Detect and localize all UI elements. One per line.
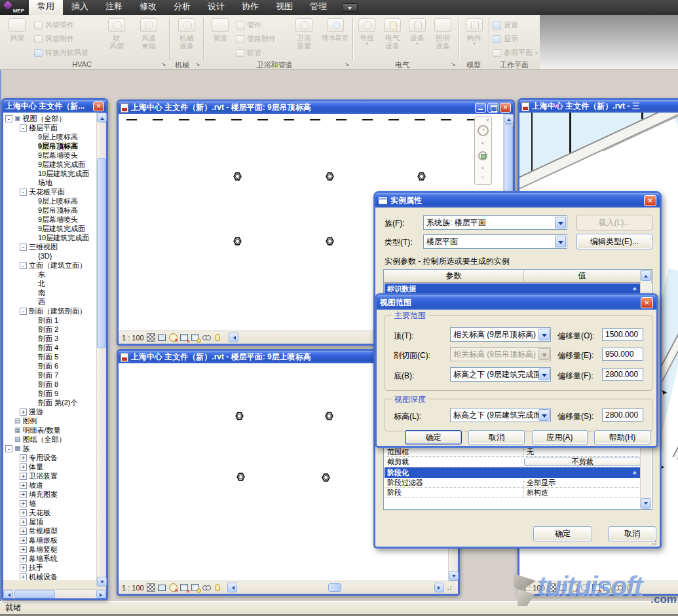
sprinkler-button[interactable]: 喷水装置: [318, 18, 352, 60]
tree-item[interactable]: 9层幕墙喷头: [3, 215, 96, 224]
scroll-up-icon[interactable]: [97, 113, 107, 122]
dialog-resize-grip[interactable]: [652, 539, 658, 545]
tree-item[interactable]: 9层吊顶标高: [3, 206, 96, 215]
reference-plane-button[interactable]: 参照平面 ▾: [493, 48, 538, 58]
tree-item[interactable]: + 墙: [3, 499, 96, 508]
bottom-offset-input[interactable]: 2800.000: [602, 368, 643, 381]
tree-item[interactable]: + 幕墙竖梃: [3, 545, 96, 554]
crop-view-icon[interactable]: [180, 584, 188, 591]
ribbon-tab[interactable]: 视图: [267, 0, 301, 15]
convert-flex-duct-button[interactable]: 转换为软风管: [34, 48, 88, 58]
tree-item[interactable]: 剖面 5: [3, 352, 96, 361]
mechanical-dialog-launcher[interactable]: ↘: [195, 61, 200, 67]
chevron-down-icon[interactable]: [538, 369, 550, 380]
scrollbar-thumb[interactable]: [14, 590, 55, 598]
tree-item[interactable]: 南: [3, 288, 96, 297]
detail-level-icon[interactable]: [548, 583, 556, 592]
chevron-down-icon[interactable]: [538, 329, 550, 340]
ribbon-tab[interactable]: 分析: [165, 0, 199, 15]
maximize-icon[interactable]: [487, 103, 499, 113]
view-scale[interactable]: 1 : 100: [523, 584, 545, 592]
tree-item[interactable]: ▤ 图例: [3, 416, 96, 426]
mechanical-equipment-button[interactable]: 机械 设备: [173, 18, 200, 60]
component-button[interactable]: 构件 ▾: [462, 18, 486, 60]
flex-duct-button[interactable]: 软 风管: [104, 18, 130, 60]
scrollbar-thumb[interactable]: [97, 158, 106, 348]
tree-item[interactable]: - 天花板平面: [3, 187, 96, 196]
close-icon[interactable]: [641, 297, 653, 308]
apply-button[interactable]: 应用(A): [532, 430, 588, 444]
tree-expand-icon[interactable]: +: [20, 500, 27, 507]
tree-item[interactable]: ▦ 明细表/数量: [3, 426, 96, 435]
show-rendering-icon[interactable]: [581, 585, 590, 591]
tree-item[interactable]: 剖面 2: [3, 325, 96, 334]
tree-item[interactable]: + 机械设备: [3, 572, 96, 580]
scope-box-row[interactable]: 范围框 无: [385, 447, 641, 457]
scroll-left-icon[interactable]: [3, 590, 13, 598]
scroll-right-icon[interactable]: [434, 583, 444, 592]
navbar-caret-icon[interactable]: ▾: [481, 141, 484, 146]
tree-expand-icon[interactable]: -: [5, 115, 12, 122]
tree-expand-icon[interactable]: -: [20, 262, 27, 269]
electrical-equipment-button[interactable]: 电气 设备: [380, 18, 405, 60]
ribbon-minimize-button[interactable]: [342, 3, 358, 12]
tree-item[interactable]: 9层建筑完成面: [3, 224, 96, 233]
scroll-down-icon[interactable]: [97, 577, 107, 587]
tree-item[interactable]: 9层上喷标高: [3, 196, 96, 206]
show-crop-region-icon[interactable]: [191, 334, 199, 341]
chevron-down-icon[interactable]: [538, 409, 550, 421]
help-button[interactable]: 帮助(H): [594, 430, 650, 444]
tree-expand-icon[interactable]: +: [20, 537, 27, 544]
column-header-value[interactable]: 值: [524, 270, 641, 283]
temporary-hide-isolate-icon[interactable]: [202, 583, 211, 592]
collapse-chevron-icon[interactable]: [631, 471, 639, 475]
tree-item[interactable]: - 立面（建筑立面）: [3, 261, 96, 270]
tree-item[interactable]: + 体量: [3, 462, 96, 471]
phasing-group-row[interactable]: 阶段化: [385, 467, 641, 478]
tree-expand-icon[interactable]: +: [20, 491, 27, 498]
tree-expand-icon[interactable]: +: [20, 509, 27, 516]
tree-expand-icon[interactable]: +: [20, 454, 27, 462]
tree-item[interactable]: + 屋顶: [3, 517, 96, 526]
workplane-show-button[interactable]: 显示: [493, 34, 518, 44]
identity-data-group-row[interactable]: 标识数据: [385, 283, 641, 294]
family-combo[interactable]: 系统族: 楼层平面: [423, 215, 567, 230]
detail-level-icon[interactable]: [147, 333, 155, 342]
tree-expand-icon[interactable]: +: [20, 482, 27, 489]
show-crop-region-icon[interactable]: [191, 584, 199, 591]
close-icon[interactable]: [644, 195, 656, 206]
tree-item[interactable]: + 幕墙嵌板: [3, 535, 96, 545]
plumbing-dialog-launcher[interactable]: ↘: [345, 61, 350, 67]
top-offset-input[interactable]: 1500.000: [602, 328, 643, 341]
pipe-accessory-button[interactable]: 管路附件: [236, 34, 276, 44]
tree-item[interactable]: + 坡道: [3, 480, 96, 490]
tree-item[interactable]: - 三维视图: [3, 242, 96, 251]
temporary-hide-isolate-icon[interactable]: [614, 583, 623, 592]
ribbon-tab[interactable]: 管理: [301, 0, 335, 15]
visual-style-icon[interactable]: [158, 335, 166, 341]
chevron-down-icon[interactable]: [555, 236, 566, 247]
section-crop-row[interactable]: 截剪裁 不剪裁: [385, 457, 641, 467]
tree-expand-icon[interactable]: -: [20, 124, 27, 132]
tree-expand-icon[interactable]: -: [20, 244, 27, 251]
load-button[interactable]: 载入(L)...: [576, 215, 652, 230]
tree-item[interactable]: 剖面 9: [3, 389, 96, 398]
ribbon-tab[interactable]: 注释: [97, 0, 131, 15]
plumbing-fixture-button[interactable]: 卫浴 装置: [291, 18, 317, 60]
tree-item[interactable]: 西: [3, 297, 96, 306]
close-icon[interactable]: [500, 103, 511, 113]
tree-item[interactable]: + 幕墙系统: [3, 554, 96, 563]
device-button[interactable]: 设备 ▾: [406, 18, 428, 60]
tree-item[interactable]: + 扶手: [3, 563, 96, 572]
tree-item[interactable]: 剖面 8: [3, 380, 96, 389]
browser-vertical-scrollbar[interactable]: [96, 113, 106, 587]
steering-wheel-icon[interactable]: [478, 125, 489, 136]
tree-item[interactable]: 剖面 6: [3, 361, 96, 371]
scroll-left-icon[interactable]: [229, 333, 238, 342]
tree-item[interactable]: + 漫游: [3, 407, 96, 416]
crop-view-icon[interactable]: [592, 584, 600, 591]
tree-item[interactable]: 剖面 3: [3, 334, 96, 343]
tree-item[interactable]: + 填充图案: [3, 490, 96, 499]
navbar-split-icon[interactable]: ▿: [481, 175, 484, 180]
tree-item[interactable]: + 卫浴装置: [3, 471, 96, 480]
